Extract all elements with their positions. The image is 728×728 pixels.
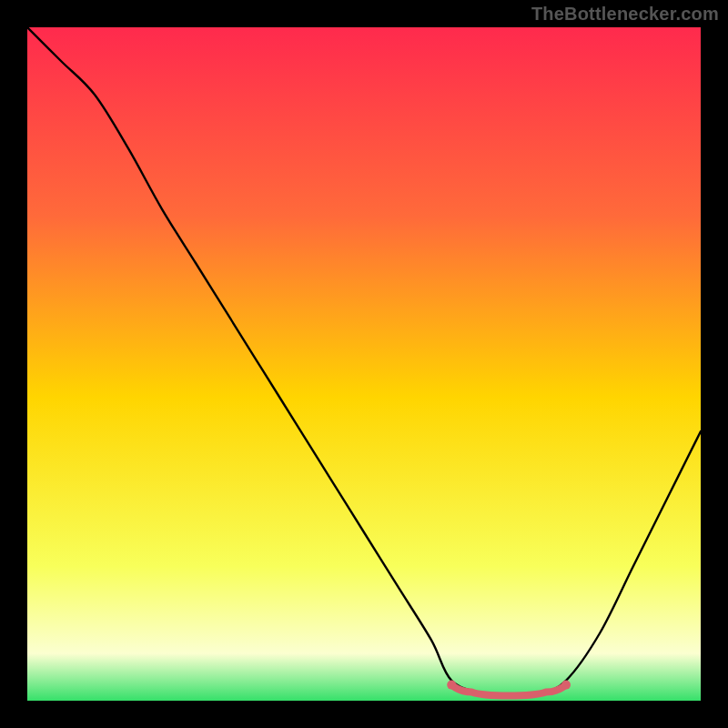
gradient-background [27,27,701,701]
optimal-range-start-dot [447,681,456,690]
optimal-range-end-dot [561,681,571,690]
plot-area [27,27,701,701]
chart-frame: TheBottlenecker.com [0,0,728,728]
bottleneck-chart [27,27,701,701]
watermark-label: TheBottlenecker.com [531,4,719,25]
